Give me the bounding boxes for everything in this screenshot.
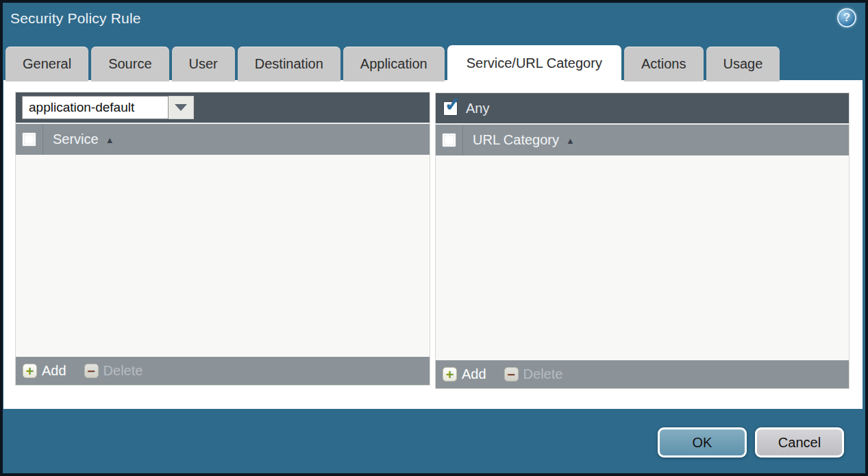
tab-destination[interactable]: Destination (238, 47, 340, 82)
security-policy-rule-dialog: Security Policy Rule ? GeneralSourceUser… (0, 0, 868, 476)
checkmark-icon: ✓ (445, 93, 460, 116)
minus-icon: − (84, 364, 99, 378)
delete-button-label: Delete (523, 366, 563, 382)
sort-ascending-icon: ▲ (566, 134, 575, 146)
tab-service-url-category[interactable]: Service/URL Category (447, 45, 621, 82)
url-category-delete-button[interactable]: − Delete (504, 366, 563, 382)
dialog-title: Security Policy Rule (10, 10, 141, 27)
service-select-all-checkbox[interactable] (22, 132, 36, 147)
service-header-checkbox-cell (16, 124, 43, 155)
service-table-body (16, 155, 430, 357)
service-dropdown-button[interactable] (169, 96, 194, 119)
tab-general[interactable]: General (5, 47, 88, 82)
delete-button-label: Delete (103, 363, 143, 379)
url-category-toolbar: ✓ Any (436, 93, 849, 123)
url-category-table-header: URL Category ▲ (436, 123, 849, 155)
add-button-label: Add (462, 366, 486, 382)
add-button-label: Add (42, 363, 66, 379)
plus-icon: + (23, 364, 37, 378)
content-sheet: application-default Service ▲ + (3, 80, 863, 409)
sort-ascending-icon: ▲ (106, 134, 114, 145)
url-category-header-checkbox-cell (436, 125, 463, 155)
tab-bar: GeneralSourceUserDestinationApplicationS… (5, 45, 780, 82)
plus-icon: + (443, 367, 457, 381)
chevron-down-icon (175, 104, 187, 111)
service-panel: application-default Service ▲ + (15, 92, 430, 386)
service-dropdown-value[interactable]: application-default (22, 96, 169, 119)
service-column-label: Service (53, 131, 99, 147)
minus-icon: − (504, 367, 519, 381)
any-label: Any (466, 101, 489, 116)
cancel-button[interactable]: Cancel (755, 427, 844, 458)
url-category-column-header[interactable]: URL Category ▲ (463, 125, 575, 155)
service-toolbar: application-default (16, 92, 430, 123)
tab-source[interactable]: Source (91, 47, 169, 82)
question-mark-glyph: ? (843, 11, 850, 25)
tab-application[interactable]: Application (343, 47, 445, 82)
service-table-header: Service ▲ (16, 123, 430, 155)
service-column-header[interactable]: Service ▲ (43, 124, 114, 155)
tab-actions[interactable]: Actions (624, 47, 704, 82)
url-category-column-label: URL Category (473, 132, 559, 148)
url-category-add-button[interactable]: + Add (443, 366, 486, 382)
service-footer: + Add − Delete (16, 357, 430, 385)
ok-button[interactable]: OK (658, 427, 747, 458)
tab-usage[interactable]: Usage (706, 47, 780, 82)
url-category-table-body (436, 155, 849, 360)
any-checkbox[interactable]: ✓ (443, 101, 458, 116)
tab-user[interactable]: User (172, 47, 235, 82)
url-category-select-all-checkbox[interactable] (442, 133, 456, 147)
help-icon[interactable]: ? (837, 8, 856, 27)
url-category-footer: + Add − Delete (436, 360, 849, 388)
service-add-button[interactable]: + Add (23, 363, 66, 379)
service-dropdown: application-default (22, 96, 194, 119)
url-category-panel: ✓ Any URL Category ▲ + Add (435, 92, 850, 389)
service-delete-button[interactable]: − Delete (84, 363, 143, 379)
